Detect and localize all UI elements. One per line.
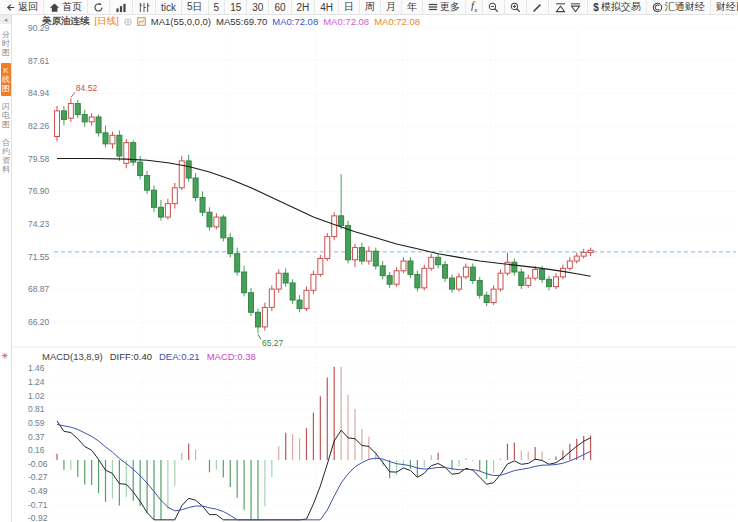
period-button-60[interactable]: 60 bbox=[268, 0, 290, 15]
ma0-value-3: MA0:72.08 bbox=[374, 16, 420, 27]
candlestick-icon bbox=[138, 2, 150, 13]
sidebar-item-1[interactable]: K线图 bbox=[1, 63, 11, 96]
line-chart-button[interactable] bbox=[109, 0, 132, 15]
svg-text:82.26: 82.26 bbox=[28, 121, 50, 131]
home-icon bbox=[49, 2, 60, 13]
sidebar-collapse-icon[interactable]: ◂ bbox=[0, 15, 11, 24]
macd-value-label: MACD:0.38 bbox=[207, 351, 256, 362]
home-label: 首页 bbox=[62, 0, 82, 14]
candlestick-macd-canvas[interactable]: 90.2987.6184.9482.2679.5876.9074.2371.55… bbox=[12, 15, 737, 522]
mini-chart-icon[interactable] bbox=[137, 17, 146, 26]
dea-value-label: DEA:0.21 bbox=[159, 351, 200, 362]
triangle-up-tool-icon[interactable] bbox=[554, 2, 567, 13]
period-button-4H[interactable]: 4H bbox=[314, 0, 338, 15]
svg-text:-0.71: -0.71 bbox=[28, 500, 48, 510]
macd-params-label: MACD(13,8,9) bbox=[42, 351, 103, 362]
svg-text:-0.27: -0.27 bbox=[28, 472, 48, 482]
svg-text:1.46: 1.46 bbox=[28, 363, 45, 373]
period-button-15[interactable]: 15 bbox=[224, 0, 246, 15]
main-chart-header: 美原油连续 [日线] MA1(55,0,0,0) MA55:69.70 MA0:… bbox=[42, 15, 420, 28]
sidebar-item-0[interactable]: 分时图 bbox=[1, 27, 11, 60]
refresh-icon bbox=[93, 2, 104, 13]
svg-text:74.23: 74.23 bbox=[28, 219, 50, 229]
diff-value-label: DIFF:0.40 bbox=[110, 351, 152, 362]
sidebar-item-2[interactable]: 闪电图 bbox=[1, 99, 11, 132]
svg-text:0.81: 0.81 bbox=[28, 404, 45, 414]
svg-text:66.20: 66.20 bbox=[28, 317, 50, 327]
back-arrow-icon bbox=[5, 2, 16, 13]
fx678-logo-icon bbox=[652, 2, 663, 13]
indicator-settings-icon[interactable]: ✳ bbox=[1, 352, 9, 361]
period-button-tick[interactable]: tick bbox=[155, 0, 181, 15]
svg-text:0.37: 0.37 bbox=[28, 432, 45, 442]
pencil-icon bbox=[532, 2, 543, 13]
period-button-月[interactable]: 月 bbox=[380, 0, 401, 15]
sim-trading-label: 模拟交易 bbox=[601, 0, 641, 14]
svg-text:84.52: 84.52 bbox=[76, 83, 98, 93]
period-button-2H[interactable]: 2H bbox=[291, 0, 315, 15]
fx-icon: fx bbox=[471, 0, 477, 15]
period-button-30[interactable]: 30 bbox=[246, 0, 268, 15]
top-toolbar: 返回 首页 tick5日51530602H4H日周月年 bbox=[0, 0, 738, 15]
draw-tool-button[interactable] bbox=[526, 0, 548, 15]
svg-text:76.90: 76.90 bbox=[28, 186, 50, 196]
refresh-button[interactable] bbox=[87, 0, 109, 15]
chart-area[interactable]: 美原油连续 [日线] MA1(55,0,0,0) MA55:69.70 MA0:… bbox=[12, 15, 738, 522]
period-button-周[interactable]: 周 bbox=[359, 0, 380, 15]
macd-header: MACD(13,8,9) DIFF:0.40 DEA:0.21 MACD:0.3… bbox=[42, 351, 256, 362]
calendar-button[interactable]: 财经日历 bbox=[710, 0, 738, 15]
svg-text:1.02: 1.02 bbox=[28, 391, 45, 401]
line-chart-icon bbox=[115, 2, 127, 13]
sim-trading-button[interactable]: $ 模拟交易 bbox=[587, 0, 646, 15]
calendar-label: 财经日历 bbox=[716, 0, 738, 14]
svg-text:65.27: 65.27 bbox=[262, 338, 284, 348]
dollar-icon: $ bbox=[593, 2, 599, 13]
left-sidebar: ◂ 分时图K线图闪电图合约资料 ✳ bbox=[0, 15, 12, 522]
ma0-value-2: MA0:72.08 bbox=[323, 16, 369, 27]
candlestick-button[interactable] bbox=[132, 0, 155, 15]
ma0-value-1: MA0:72.08 bbox=[272, 16, 318, 27]
ma-settings-label: MA1(55,0,0,0) bbox=[151, 16, 211, 27]
zoom-in-icon bbox=[510, 2, 521, 13]
period-button-5[interactable]: 5 bbox=[208, 0, 225, 15]
svg-text:0.16: 0.16 bbox=[28, 445, 45, 455]
more-label: 更多 bbox=[440, 0, 460, 14]
svg-text:-0.49: -0.49 bbox=[28, 486, 48, 496]
more-button[interactable]: 更多 bbox=[422, 0, 465, 15]
svg-text:84.94: 84.94 bbox=[28, 88, 50, 98]
svg-text:79.58: 79.58 bbox=[28, 154, 50, 164]
trading-app-window: 返回 首页 tick5日51530602H4H日周月年 bbox=[0, 0, 738, 522]
back-button[interactable]: 返回 bbox=[0, 0, 43, 15]
fx678-button[interactable]: 汇通财经 bbox=[646, 0, 710, 15]
svg-text:71.55: 71.55 bbox=[28, 252, 50, 262]
shape-tools bbox=[548, 0, 587, 15]
symbol-name: 美原油连续 bbox=[42, 15, 90, 28]
hamburger-icon bbox=[428, 2, 438, 12]
zoom-out-button[interactable] bbox=[482, 0, 504, 15]
zoom-in-button[interactable] bbox=[504, 0, 526, 15]
zoom-out-icon bbox=[488, 2, 499, 13]
home-button[interactable]: 首页 bbox=[43, 0, 87, 15]
sidebar-item-3[interactable]: 合约资料 bbox=[1, 135, 11, 177]
info-circle-icon[interactable] bbox=[124, 18, 132, 26]
fx678-label: 汇通财经 bbox=[665, 0, 705, 14]
period-button-5日[interactable]: 5日 bbox=[181, 0, 208, 15]
period-tag: [日线] bbox=[95, 15, 119, 28]
svg-text:87.61: 87.61 bbox=[28, 56, 50, 66]
svg-text:1.24: 1.24 bbox=[28, 377, 45, 387]
period-button-年[interactable]: 年 bbox=[401, 0, 422, 15]
back-label: 返回 bbox=[18, 0, 38, 14]
indicator-formula-button[interactable]: fx bbox=[465, 0, 482, 15]
triangle-down-tool-icon[interactable] bbox=[569, 2, 582, 13]
svg-text:0.59: 0.59 bbox=[28, 418, 45, 428]
svg-text:-0.06: -0.06 bbox=[28, 459, 48, 469]
svg-text:-0.92: -0.92 bbox=[28, 513, 48, 522]
ma55-value-label: MA55:69.70 bbox=[216, 16, 267, 27]
period-button-日[interactable]: 日 bbox=[338, 0, 359, 15]
svg-text:68.87: 68.87 bbox=[28, 284, 50, 294]
